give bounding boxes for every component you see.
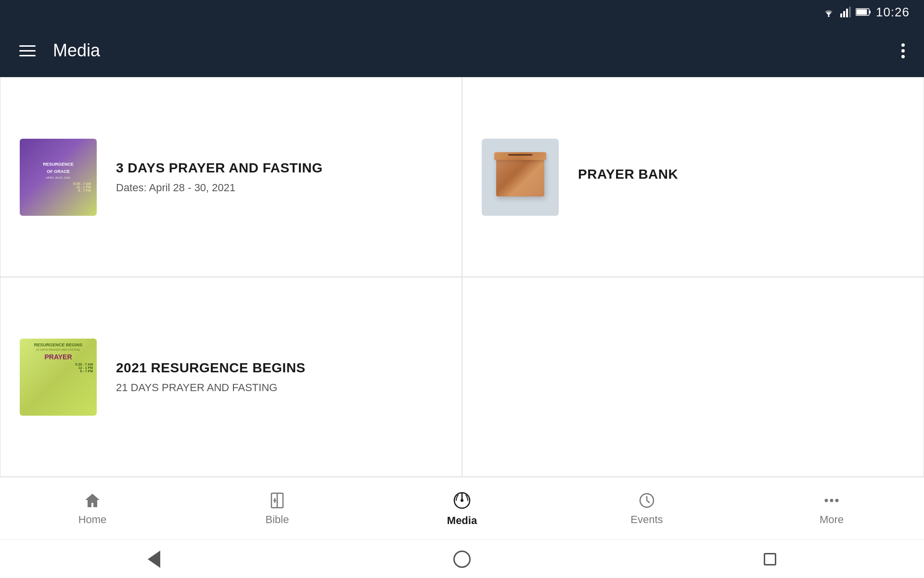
item-title-prayer-bank: PRAYER BANK [578,167,904,182]
signal-icon [840,7,851,17]
svg-rect-1 [840,13,842,17]
poster2-subtitle: 21 DAYS PRAYER AND FASTING [36,348,80,351]
item-title-resurgence: 2021 RESURGENCE BEGINS [116,360,442,376]
thumbnail-prayer-fasting: RESURGENCE OF GRACE APRIL 28-30, 2021 5:… [20,139,97,216]
svg-point-17 [835,499,839,502]
poster2-prayer: PRAYER [44,353,72,361]
main-content: RESURGENCE OF GRACE APRIL 28-30, 2021 5:… [0,77,924,477]
poster2-title: RESURGENCE BEGINS [34,342,83,347]
poster2-time1: 5:30 - 7 AM [24,363,93,366]
media-item-empty [462,277,924,477]
back-triangle-icon [148,551,160,568]
svg-rect-2 [843,11,845,17]
events-icon [638,491,656,510]
wooden-box-slot [508,154,532,156]
poster1-date: APRIL 28-30, 2021 [46,176,71,179]
nav-label-home: Home [78,513,107,526]
poster2-time3: 6 - 7 PM [24,369,93,373]
page-title: Media [53,40,901,61]
wooden-box-image [496,158,544,197]
nav-label-more: More [820,513,844,526]
home-circle-icon [453,551,471,568]
svg-rect-3 [846,9,848,17]
svg-point-15 [825,499,828,502]
bible-icon [268,491,286,510]
status-bar: 10:26 [0,0,924,24]
item-title-prayer-fasting: 3 DAYS PRAYER AND FASTING [116,160,442,176]
svg-point-16 [830,499,834,502]
app-bar: Media [0,24,924,77]
poster1-time1: 5:30 - 7 AM [24,182,93,185]
wifi-icon [822,7,835,17]
svg-rect-7 [869,11,871,13]
system-nav-bar [0,539,924,578]
nav-label-media: Media [447,514,477,527]
info-prayer-bank: PRAYER BANK [578,167,904,188]
overflow-menu-button[interactable] [901,43,905,58]
poster2-time2: 12 - 1 PM [24,366,93,369]
battery-icon [856,8,871,16]
svg-rect-4 [849,7,851,17]
more-icon [822,491,841,510]
media-grid: RESURGENCE OF GRACE APRIL 28-30, 2021 5:… [0,77,924,477]
home-icon [83,491,102,510]
back-button[interactable] [140,545,168,574]
poster1-title: RESURGENCE [43,162,74,167]
poster1-time3: 6 - 7 PM [24,189,93,192]
home-button[interactable] [448,545,476,574]
wooden-box-lid [494,152,546,160]
item-subtitle-prayer-fasting: Dates: April 28 - 30, 2021 [116,182,442,194]
info-prayer-fasting: 3 DAYS PRAYER AND FASTING Dates: April 2… [116,160,442,194]
media-item-prayer-fasting[interactable]: RESURGENCE OF GRACE APRIL 28-30, 2021 5:… [0,77,462,277]
nav-item-bible[interactable]: Bible [234,486,321,531]
media-item-prayer-bank[interactable]: PRAYER BANK [462,77,924,277]
nav-item-media[interactable]: Media [419,486,505,532]
svg-point-0 [828,15,830,17]
status-time: 10:26 [876,5,910,20]
nav-item-events[interactable]: Events [603,486,690,531]
nav-item-more[interactable]: More [788,486,875,531]
status-icons: 10:26 [822,5,910,20]
poster1-time2: 12 - 1 PM [24,185,93,189]
svg-point-13 [461,499,463,502]
thumbnail-resurgence: RESURGENCE BEGINS 21 DAYS PRAYER AND FAS… [20,339,97,416]
thumbnail-prayer-bank [482,139,559,216]
info-resurgence: 2021 RESURGENCE BEGINS 21 DAYS PRAYER AN… [116,360,442,394]
item-subtitle-resurgence: 21 DAYS PRAYER AND FASTING [116,381,442,394]
media-icon [452,490,472,511]
media-item-resurgence[interactable]: RESURGENCE BEGINS 21 DAYS PRAYER AND FAS… [0,277,462,477]
svg-rect-6 [856,10,867,15]
recents-button[interactable] [756,545,784,574]
poster1-subtitle: OF GRACE [47,169,70,174]
hamburger-menu-button[interactable] [19,45,36,56]
nav-label-events: Events [630,513,663,526]
nav-label-bible: Bible [266,513,289,526]
nav-item-home[interactable]: Home [49,486,136,531]
recents-square-icon [764,553,776,565]
bottom-nav: Home Bible Media Events [0,477,924,539]
